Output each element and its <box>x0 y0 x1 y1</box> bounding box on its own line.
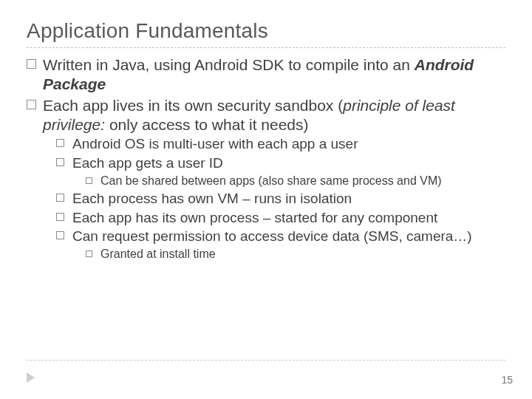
list-item: Each app gets a user ID Can be shared be… <box>56 154 505 188</box>
text: Each app gets a user ID <box>72 155 223 171</box>
text: Android OS is multi-user with each app a… <box>72 136 358 151</box>
square-bullet-icon <box>86 250 92 257</box>
text: Written in Java, using Android SDK to co… <box>43 56 415 73</box>
text: Can be shared between apps (also share s… <box>100 174 442 187</box>
arrow-right-icon <box>27 372 35 383</box>
list-item: Granted at install time <box>86 247 505 262</box>
text: Can request permission to access device … <box>72 228 472 244</box>
sublist: Granted at install time <box>86 247 505 262</box>
list-item: Each process has own VM – runs in isolat… <box>56 190 505 208</box>
square-bullet-icon <box>56 231 64 239</box>
slide: Application Fundamentals Written in Java… <box>0 0 532 399</box>
page-number: 15 <box>501 374 513 386</box>
sublist: Can be shared between apps (also share s… <box>86 174 505 188</box>
square-bullet-icon <box>56 194 64 202</box>
square-bullet-icon <box>86 177 92 184</box>
sublist: Android OS is multi-user with each app a… <box>56 135 505 262</box>
footer-divider <box>27 360 505 361</box>
text: Each process has own VM – runs in isolat… <box>72 191 352 206</box>
list-item: Can be shared between apps (also share s… <box>86 174 505 188</box>
bullet-list: Written in Java, using Android SDK to co… <box>27 55 505 262</box>
slide-title: Application Fundamentals <box>27 19 505 43</box>
list-item: Android OS is multi-user with each app a… <box>56 135 505 153</box>
square-bullet-icon <box>56 213 64 221</box>
square-bullet-icon <box>27 100 36 109</box>
list-item: Each app has its own process – started f… <box>56 209 505 227</box>
list-item: Can request permission to access device … <box>56 228 505 262</box>
text: only access to what it needs) <box>105 116 308 133</box>
square-bullet-icon <box>56 158 64 166</box>
list-item: Written in Java, using Android SDK to co… <box>27 55 505 93</box>
text: Each app lives in its own security sandb… <box>43 97 343 114</box>
text: Each app has its own process – started f… <box>72 210 437 225</box>
list-item: Each app lives in its own security sandb… <box>27 96 505 262</box>
text: Granted at install time <box>100 248 216 260</box>
square-bullet-icon <box>56 139 64 147</box>
square-bullet-icon <box>27 59 36 69</box>
title-divider <box>27 47 505 48</box>
